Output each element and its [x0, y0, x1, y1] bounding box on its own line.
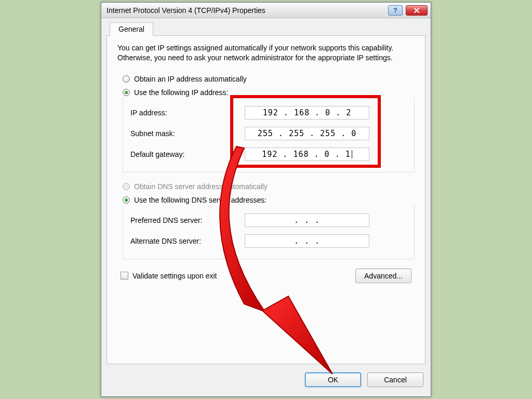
cancel-button[interactable]: Cancel: [367, 373, 423, 387]
properties-window: Internet Protocol Version 4 (TCP/IPv4) P…: [101, 2, 431, 397]
preferred-dns-label: Preferred DNS server:: [130, 216, 245, 224]
help-button[interactable]: ?: [388, 5, 403, 16]
dns-group: Obtain DNS server address automatically …: [123, 180, 415, 259]
radio-label: Obtain DNS server address automatically: [134, 182, 268, 191]
titlebar: Internet Protocol Version 4 (TCP/IPv4) P…: [101, 3, 431, 18]
subnet-mask-input[interactable]: 255 . 255 . 255 . 0: [245, 127, 369, 140]
validate-label: Validate settings upon exit: [132, 272, 217, 280]
dialog-buttons: OK Cancel: [305, 373, 423, 387]
preferred-dns-input[interactable]: . . .: [245, 214, 369, 227]
radio-obtain-ip-auto[interactable]: Obtain an IP address automatically: [123, 72, 415, 86]
window-title: Internet Protocol Version 4 (TCP/IPv4) P…: [107, 6, 388, 15]
radio-icon: [123, 75, 130, 83]
radio-icon: [123, 89, 130, 96]
dns-fields: Preferred DNS server: . . . Alternate DN…: [123, 205, 415, 259]
caret-icon: [352, 150, 352, 158]
ip-group: Obtain an IP address automatically Use t…: [123, 72, 415, 172]
tab-general[interactable]: General: [110, 22, 153, 36]
general-panel: You can get IP settings assigned automat…: [107, 35, 425, 364]
titlebar-buttons: ?: [388, 5, 428, 16]
ip-fields: IP address: 192 . 168 . 0 . 2 Subnet mas…: [123, 97, 415, 172]
checkbox-icon: [121, 272, 128, 280]
alternate-dns-input[interactable]: . . .: [245, 234, 369, 248]
radio-label: Use the following DNS server addresses:: [134, 196, 267, 204]
bottom-row: Validate settings upon exit Advanced...: [117, 269, 415, 283]
ok-button[interactable]: OK: [305, 373, 361, 387]
ip-address-label: IP address:: [130, 109, 245, 117]
alternate-dns-label: Alternate DNS server:: [130, 237, 245, 245]
validate-checkbox[interactable]: Validate settings upon exit: [121, 272, 217, 280]
default-gateway-input[interactable]: 192 . 168 . 0 . 1: [245, 148, 369, 161]
radio-label: Obtain an IP address automatically: [134, 75, 247, 83]
radio-obtain-dns-auto: Obtain DNS server address automatically: [123, 180, 415, 193]
radio-label: Use the following IP address:: [134, 88, 228, 97]
subnet-mask-label: Subnet mask:: [130, 129, 245, 138]
client-area: General You can get IP settings assigned…: [107, 22, 425, 391]
close-button[interactable]: [406, 5, 428, 16]
close-icon: [414, 7, 420, 14]
radio-icon: [123, 196, 130, 204]
ip-address-input[interactable]: 192 . 168 . 0 . 2: [245, 106, 369, 119]
description-text: You can get IP settings assigned automat…: [117, 43, 415, 63]
advanced-button[interactable]: Advanced...: [355, 269, 411, 283]
radio-icon: [123, 183, 130, 190]
default-gateway-label: Default gateway:: [130, 150, 245, 158]
